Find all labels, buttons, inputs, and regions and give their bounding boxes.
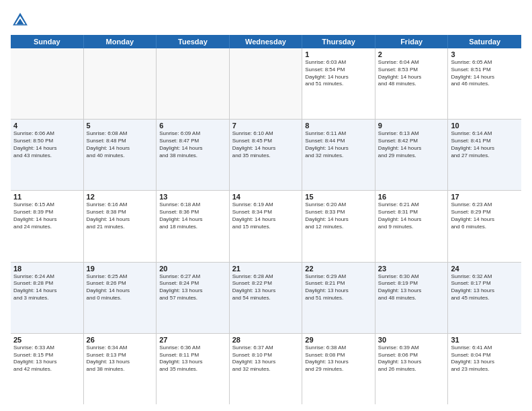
- day-header-tuesday: Tuesday: [157, 35, 230, 48]
- calendar-cell: 11Sunrise: 6:15 AM Sunset: 8:39 PM Dayli…: [11, 191, 84, 261]
- day-info: Sunrise: 6:36 AM Sunset: 8:11 PM Dayligh…: [159, 345, 226, 373]
- day-info: Sunrise: 6:21 AM Sunset: 8:31 PM Dayligh…: [378, 201, 445, 230]
- day-info: Sunrise: 6:41 AM Sunset: 8:04 PM Dayligh…: [451, 345, 519, 373]
- day-info: Sunrise: 6:25 AM Sunset: 8:26 PM Dayligh…: [87, 273, 154, 302]
- day-number: 1: [305, 50, 372, 58]
- day-number: 21: [232, 265, 300, 273]
- day-info: Sunrise: 6:30 AM Sunset: 8:19 PM Dayligh…: [378, 273, 445, 302]
- day-number: 22: [305, 265, 372, 273]
- calendar-cell: 28Sunrise: 6:37 AM Sunset: 8:10 PM Dayli…: [230, 334, 303, 404]
- calendar-cell: 10Sunrise: 6:14 AM Sunset: 8:41 PM Dayli…: [448, 120, 521, 190]
- calendar-cell: 5Sunrise: 6:08 AM Sunset: 8:48 PM Daylig…: [84, 120, 157, 190]
- calendar-cell: 31Sunrise: 6:41 AM Sunset: 8:04 PM Dayli…: [448, 334, 521, 404]
- calendar-cell: 17Sunrise: 6:23 AM Sunset: 8:29 PM Dayli…: [448, 191, 521, 261]
- calendar-row-1: 1Sunrise: 6:03 AM Sunset: 8:54 PM Daylig…: [11, 48, 521, 120]
- day-info: Sunrise: 6:29 AM Sunset: 8:21 PM Dayligh…: [305, 273, 372, 302]
- day-number: 8: [305, 122, 372, 130]
- day-number: 4: [13, 122, 81, 130]
- day-info: Sunrise: 6:23 AM Sunset: 8:29 PM Dayligh…: [451, 201, 519, 230]
- day-info: Sunrise: 6:13 AM Sunset: 8:42 PM Dayligh…: [378, 130, 445, 159]
- day-number: 7: [232, 122, 300, 130]
- calendar-cell: 30Sunrise: 6:39 AM Sunset: 8:06 PM Dayli…: [375, 334, 449, 404]
- day-header-wednesday: Wednesday: [230, 35, 303, 48]
- calendar-cell: 19Sunrise: 6:25 AM Sunset: 8:26 PM Dayli…: [84, 263, 157, 333]
- calendar-cell: [157, 48, 230, 119]
- day-number: 24: [451, 265, 519, 273]
- calendar-cell: 20Sunrise: 6:27 AM Sunset: 8:24 PM Dayli…: [157, 263, 230, 333]
- day-number: 14: [232, 193, 300, 201]
- day-number: 11: [13, 193, 81, 201]
- day-number: 6: [159, 122, 226, 130]
- calendar-body: 1Sunrise: 6:03 AM Sunset: 8:54 PM Daylig…: [11, 48, 521, 404]
- day-number: 30: [378, 336, 445, 344]
- day-info: Sunrise: 6:18 AM Sunset: 8:36 PM Dayligh…: [159, 201, 226, 230]
- day-info: Sunrise: 6:11 AM Sunset: 8:44 PM Dayligh…: [305, 130, 372, 159]
- day-info: Sunrise: 6:20 AM Sunset: 8:33 PM Dayligh…: [305, 201, 372, 230]
- calendar-row-2: 4Sunrise: 6:06 AM Sunset: 8:50 PM Daylig…: [11, 120, 521, 191]
- day-info: Sunrise: 6:10 AM Sunset: 8:45 PM Dayligh…: [232, 130, 300, 159]
- day-info: Sunrise: 6:06 AM Sunset: 8:50 PM Dayligh…: [13, 130, 81, 159]
- calendar-cell: 2Sunrise: 6:04 AM Sunset: 8:53 PM Daylig…: [375, 48, 449, 119]
- day-info: Sunrise: 6:04 AM Sunset: 8:53 PM Dayligh…: [378, 59, 445, 88]
- day-number: 28: [232, 336, 300, 344]
- calendar: SundayMondayTuesdayWednesdayThursdayFrid…: [11, 35, 521, 404]
- day-header-thursday: Thursday: [302, 35, 375, 48]
- day-number: 26: [87, 336, 154, 344]
- logo: [11, 11, 32, 30]
- calendar-cell: 3Sunrise: 6:05 AM Sunset: 8:51 PM Daylig…: [448, 48, 521, 119]
- day-info: Sunrise: 6:15 AM Sunset: 8:39 PM Dayligh…: [13, 201, 81, 230]
- calendar-cell: [230, 48, 303, 119]
- day-info: Sunrise: 6:34 AM Sunset: 8:13 PM Dayligh…: [87, 345, 154, 373]
- day-number: 19: [87, 265, 154, 273]
- logo-icon: [11, 11, 30, 30]
- calendar-cell: 9Sunrise: 6:13 AM Sunset: 8:42 PM Daylig…: [375, 120, 449, 190]
- day-info: Sunrise: 6:09 AM Sunset: 8:47 PM Dayligh…: [159, 130, 226, 159]
- calendar-cell: 1Sunrise: 6:03 AM Sunset: 8:54 PM Daylig…: [302, 48, 375, 119]
- day-header-friday: Friday: [375, 35, 449, 48]
- day-number: 25: [13, 336, 81, 344]
- header: [11, 11, 521, 30]
- day-number: 23: [378, 265, 445, 273]
- calendar-cell: [84, 48, 157, 119]
- calendar-cell: [11, 48, 84, 119]
- calendar-cell: 8Sunrise: 6:11 AM Sunset: 8:44 PM Daylig…: [302, 120, 375, 190]
- day-info: Sunrise: 6:08 AM Sunset: 8:48 PM Dayligh…: [87, 130, 154, 159]
- day-number: 29: [305, 336, 372, 344]
- day-number: 17: [451, 193, 519, 201]
- calendar-cell: 7Sunrise: 6:10 AM Sunset: 8:45 PM Daylig…: [230, 120, 303, 190]
- calendar-cell: 12Sunrise: 6:16 AM Sunset: 8:38 PM Dayli…: [84, 191, 157, 261]
- day-info: Sunrise: 6:19 AM Sunset: 8:34 PM Dayligh…: [232, 201, 300, 230]
- day-info: Sunrise: 6:27 AM Sunset: 8:24 PM Dayligh…: [159, 273, 226, 302]
- day-number: 15: [305, 193, 372, 201]
- calendar-cell: 21Sunrise: 6:28 AM Sunset: 8:22 PM Dayli…: [230, 263, 303, 333]
- day-number: 27: [159, 336, 226, 344]
- day-number: 13: [159, 193, 226, 201]
- day-number: 12: [87, 193, 154, 201]
- calendar-cell: 23Sunrise: 6:30 AM Sunset: 8:19 PM Dayli…: [375, 263, 449, 333]
- day-header-saturday: Saturday: [448, 35, 521, 48]
- calendar-cell: 26Sunrise: 6:34 AM Sunset: 8:13 PM Dayli…: [84, 334, 157, 404]
- calendar-cell: 15Sunrise: 6:20 AM Sunset: 8:33 PM Dayli…: [302, 191, 375, 261]
- calendar-cell: 14Sunrise: 6:19 AM Sunset: 8:34 PM Dayli…: [230, 191, 303, 261]
- day-number: 2: [378, 50, 445, 58]
- day-number: 18: [13, 265, 81, 273]
- calendar-header: SundayMondayTuesdayWednesdayThursdayFrid…: [11, 35, 521, 48]
- calendar-row-3: 11Sunrise: 6:15 AM Sunset: 8:39 PM Dayli…: [11, 191, 521, 262]
- day-number: 10: [451, 122, 519, 130]
- day-info: Sunrise: 6:28 AM Sunset: 8:22 PM Dayligh…: [232, 273, 300, 302]
- day-info: Sunrise: 6:33 AM Sunset: 8:15 PM Dayligh…: [13, 345, 81, 373]
- day-number: 20: [159, 265, 226, 273]
- calendar-cell: 13Sunrise: 6:18 AM Sunset: 8:36 PM Dayli…: [157, 191, 230, 261]
- calendar-cell: 18Sunrise: 6:24 AM Sunset: 8:28 PM Dayli…: [11, 263, 84, 333]
- day-info: Sunrise: 6:14 AM Sunset: 8:41 PM Dayligh…: [451, 130, 519, 159]
- day-header-monday: Monday: [84, 35, 157, 48]
- day-info: Sunrise: 6:03 AM Sunset: 8:54 PM Dayligh…: [305, 59, 372, 88]
- day-info: Sunrise: 6:38 AM Sunset: 8:08 PM Dayligh…: [305, 345, 372, 373]
- page: SundayMondayTuesdayWednesdayThursdayFrid…: [0, 0, 532, 411]
- day-info: Sunrise: 6:05 AM Sunset: 8:51 PM Dayligh…: [451, 59, 519, 88]
- day-header-sunday: Sunday: [11, 35, 84, 48]
- day-number: 3: [451, 50, 519, 58]
- day-info: Sunrise: 6:32 AM Sunset: 8:17 PM Dayligh…: [451, 273, 519, 302]
- day-number: 31: [451, 336, 519, 344]
- calendar-cell: 6Sunrise: 6:09 AM Sunset: 8:47 PM Daylig…: [157, 120, 230, 190]
